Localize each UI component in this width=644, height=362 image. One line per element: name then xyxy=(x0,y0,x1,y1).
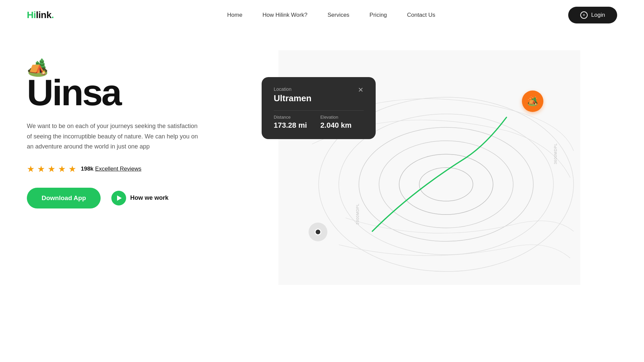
play-triangle-icon xyxy=(117,195,122,201)
card-close-button[interactable]: ✕ xyxy=(358,86,364,93)
nav-item-contact-us[interactable]: Contact Us xyxy=(407,12,435,18)
distance-stat: Distance 173.28 mi xyxy=(274,115,307,130)
cta-row: Download App How we work xyxy=(27,188,241,208)
logo-link: link xyxy=(36,10,51,20)
destination-marker: 🏕️ xyxy=(522,90,543,112)
review-link[interactable]: Excellent Reviews xyxy=(95,166,142,172)
card-location-info: Location Ultramen xyxy=(274,86,312,104)
nav-item-pricing[interactable]: Pricing xyxy=(370,12,387,18)
download-app-button[interactable]: Download App xyxy=(27,188,101,208)
review-label: Excellent Reviews xyxy=(95,166,142,172)
origin-dot xyxy=(315,229,321,235)
play-circle-icon xyxy=(111,191,126,205)
review-count: 198k xyxy=(81,166,94,172)
hero-title: Uinsa xyxy=(27,74,241,111)
star-3: ★ xyxy=(48,164,55,174)
navigation: Hilink. Home How Hilink Work? Services P… xyxy=(0,0,644,30)
nav-links: Home How Hilink Work? Services Pricing C… xyxy=(94,12,569,18)
nav-item-home[interactable]: Home xyxy=(227,12,242,18)
star-2: ★ xyxy=(37,164,45,174)
origin-outer-ring xyxy=(309,223,327,241)
logo-hi: Hi xyxy=(27,10,36,20)
nav-link-pricing[interactable]: Pricing xyxy=(370,12,387,18)
logo[interactable]: Hilink. xyxy=(27,10,54,20)
login-label: Login xyxy=(591,12,605,18)
nav-link-contact-us[interactable]: Contact Us xyxy=(407,12,435,18)
nav-item-services[interactable]: Services xyxy=(327,12,349,18)
distance-label: Distance xyxy=(274,115,307,120)
map-section: 3600MDPL 2000MDPL Location Ultramen ✕ Di… xyxy=(241,50,617,285)
nav-link-home[interactable]: Home xyxy=(227,12,242,18)
review-count-text: 198k Excellent Reviews xyxy=(81,166,142,172)
card-header: Location Ultramen ✕ xyxy=(274,86,364,104)
hero-content: 🏕️ Uinsa We want to be on each of your j… xyxy=(27,50,241,208)
hero-description: We want to be on each of your journeys s… xyxy=(27,121,201,152)
svg-text:2000MDPL: 2000MDPL xyxy=(356,203,360,225)
star-5: ★ xyxy=(68,164,76,174)
elevation-stat: Elevation 2.040 km xyxy=(320,115,352,130)
star-1: ★ xyxy=(27,164,35,174)
location-card: Location Ultramen ✕ Distance 173.28 mi E… xyxy=(262,77,376,139)
login-button[interactable]: ⚬ Login xyxy=(568,7,617,23)
distance-value: 173.28 mi xyxy=(274,121,307,130)
star-4: ★ xyxy=(58,164,66,174)
how-we-work-button[interactable]: How we work xyxy=(111,191,168,205)
origin-marker xyxy=(309,223,327,241)
hero-section: 🏕️ Uinsa We want to be on each of your j… xyxy=(0,30,644,285)
nav-link-how-hilink-work[interactable]: How Hilink Work? xyxy=(263,12,308,18)
nav-item-how-hilink-work[interactable]: How Hilink Work? xyxy=(263,12,308,18)
user-icon: ⚬ xyxy=(580,11,588,19)
how-work-label: How we work xyxy=(130,194,168,201)
reviews-row: ★ ★ ★ ★ ★ 198k Excellent Reviews xyxy=(27,164,241,174)
elevation-label: Elevation xyxy=(320,115,352,120)
card-stats: Distance 173.28 mi Elevation 2.040 km xyxy=(274,110,364,130)
logo-dot: . xyxy=(51,10,54,20)
nav-link-services[interactable]: Services xyxy=(327,12,349,18)
elevation-value: 2.040 km xyxy=(320,121,352,130)
svg-text:3600MDPL: 3600MDPL xyxy=(553,143,557,164)
location-label: Location xyxy=(274,86,312,92)
location-name: Ultramen xyxy=(274,93,312,104)
destination-icon: 🏕️ xyxy=(522,90,543,112)
